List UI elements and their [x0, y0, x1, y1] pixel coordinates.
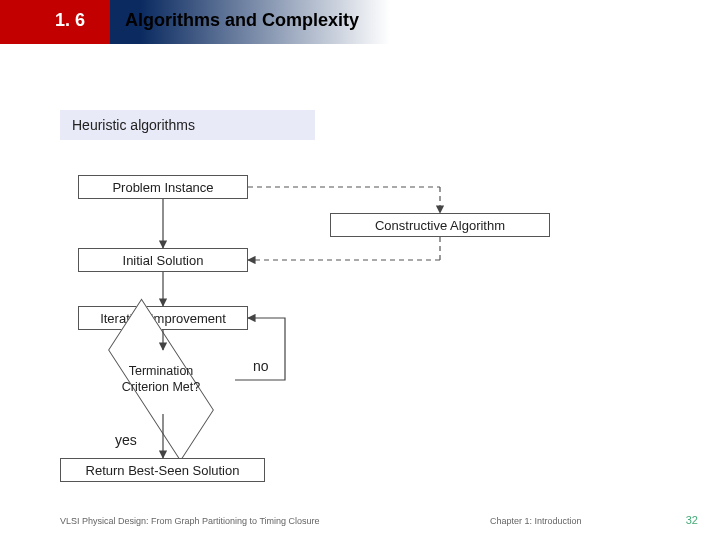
header-bar [0, 0, 720, 44]
slide: 1. 6 Algorithms and Complexity Heuristic… [0, 0, 720, 540]
node-iterative-improvement: Iterative Improvement [78, 306, 248, 330]
subheading: Heuristic algorithms [60, 110, 315, 140]
footer: VLSI Physical Design: From Graph Partiti… [60, 514, 698, 526]
decision-termination: Termination Criterion Met? [96, 350, 226, 410]
node-problem-instance: Problem Instance [78, 175, 248, 199]
slide-title: Algorithms and Complexity [125, 10, 359, 31]
node-initial-solution: Initial Solution [78, 248, 248, 272]
node-constructive-algorithm: Constructive Algorithm [330, 213, 550, 237]
edge-label-yes: yes [115, 432, 137, 448]
edge-label-no: no [253, 358, 269, 374]
section-number: 1. 6 [55, 10, 85, 31]
footer-chapter: Chapter 1: Introduction [490, 516, 582, 526]
footer-left: VLSI Physical Design: From Graph Partiti… [60, 516, 320, 526]
page-number: 32 [686, 514, 698, 526]
node-return-best: Return Best-Seen Solution [60, 458, 265, 482]
